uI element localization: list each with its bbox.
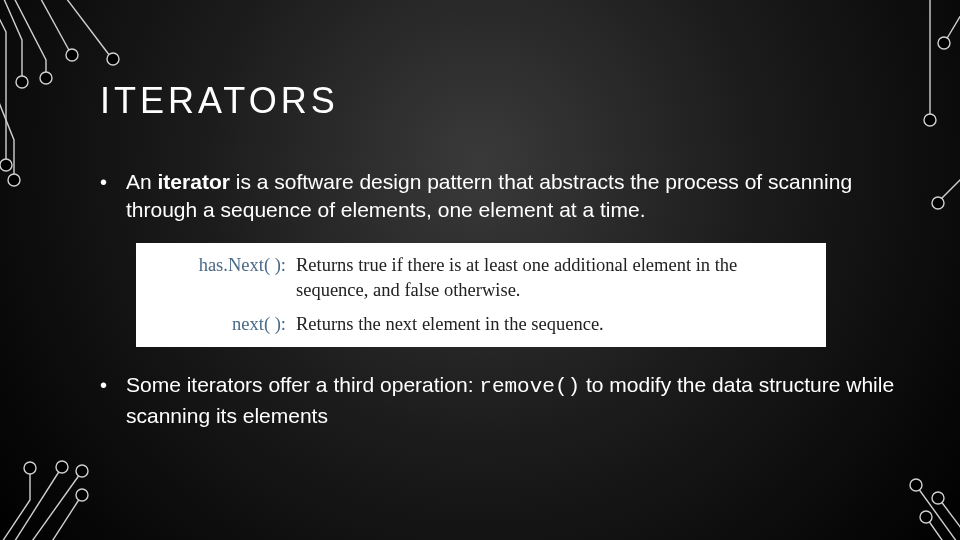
svg-point-8 [76,465,88,477]
svg-point-2 [40,72,52,84]
slide-title: ITERATORS [100,80,900,122]
svg-point-5 [8,174,20,186]
svg-point-9 [76,489,88,501]
bullet-1-keyword: iterator [158,170,230,193]
bullet-list: An iterator is a software design pattern… [100,168,900,430]
svg-line-12 [946,0,960,40]
svg-point-4 [107,53,119,65]
bullet-2-prefix: Some iterators offer a third operation: [126,373,479,396]
svg-point-7 [56,461,68,473]
svg-point-3 [66,49,78,61]
def-row-hasnext: has.Next( ): Returns true if there is at… [178,253,808,304]
svg-line-14 [940,170,960,200]
svg-point-6 [24,462,36,474]
svg-point-17 [920,511,932,523]
def-hasnext-name: has.Next( ): [178,253,292,304]
def-row-next: next( ): Returns the next element in the… [178,312,808,338]
bullet-1-rest: is a software design pattern that abstra… [126,170,852,221]
svg-point-0 [16,76,28,88]
def-hasnext-desc: Returns true if there is at least one ad… [292,253,808,304]
svg-point-11 [924,114,936,126]
slide: ITERATORS An iterator is a software desi… [0,0,960,540]
svg-point-16 [910,479,922,491]
slide-content: ITERATORS An iterator is a software desi… [100,80,900,448]
svg-point-13 [938,37,950,49]
bullet-1: An iterator is a software design pattern… [100,168,900,347]
bullet-1-prefix: An [126,170,158,193]
bullet-2: Some iterators offer a third operation: … [100,371,900,430]
svg-point-18 [932,492,944,504]
bullet-2-code: remove() [479,375,580,398]
def-next-desc: Returns the next element in the sequence… [292,312,808,338]
svg-point-1 [0,159,12,171]
svg-point-15 [932,197,944,209]
definitions-box: has.Next( ): Returns true if there is at… [136,243,826,348]
def-next-name: next( ): [178,312,292,338]
